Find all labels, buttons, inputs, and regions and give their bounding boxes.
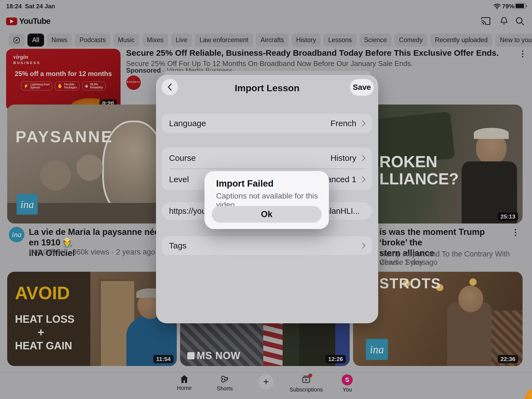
course-label: Course — [169, 153, 327, 163]
duration-badge: 25:13 — [498, 212, 518, 221]
shorts-icon — [220, 374, 230, 384]
duration-badge: 11:54 — [153, 355, 173, 363]
thumb-figure — [40, 160, 71, 190]
chip-comedy[interactable]: Comedy — [394, 34, 428, 47]
ad-menu-icon[interactable] — [522, 50, 523, 57]
video-thumbnail-trump-alliance[interactable]: ROKEN LLIANCE? 25:13 — [353, 105, 523, 223]
chip-science[interactable]: Science — [359, 34, 392, 47]
import-failed-alert: Import Failed Captions not available for… — [204, 171, 329, 229]
youtube-ipad-screen: 18:24 Sat 24 Jan 79% YouTube Al — [0, 0, 532, 399]
tab-shorts[interactable]: Shorts — [203, 374, 247, 392]
language-value: French — [331, 119, 356, 128]
chip-mixes[interactable]: Mixes — [142, 34, 168, 47]
thumb-title-text: STROTS — [379, 275, 441, 292]
video-meta-trump-line2: views · 1 day ago — [379, 258, 438, 266]
thumb-title-text: ROKEN — [379, 152, 437, 171]
language-label: Language — [169, 119, 327, 128]
status-date: Sat 24 Jan — [25, 3, 55, 10]
ad-thumbnail[interactable]: virgin BUSINESS 25% off a month for 12 m… — [6, 49, 121, 111]
compass-icon — [12, 36, 21, 44]
shield-icon: ◉ — [85, 83, 88, 88]
tab-create[interactable]: + — [244, 374, 288, 389]
thumb-title-text: AVOID — [15, 283, 70, 303]
tab-subscriptions[interactable]: Subscriptions — [284, 374, 328, 393]
chip-law-enforcement[interactable]: Law enforcement — [195, 34, 253, 47]
ad-offer-text: 25% off a month for 12 months — [6, 70, 121, 78]
chevron-right-icon — [359, 176, 366, 183]
video-menu-icon[interactable] — [515, 229, 516, 236]
tags-label: Tags — [169, 241, 356, 250]
chip-news[interactable]: News — [47, 34, 72, 47]
course-value: History — [331, 153, 356, 163]
duration-badge: 12:26 — [325, 355, 346, 363]
tags-row[interactable]: Tags — [162, 236, 372, 255]
video-thumbnail-paysanne[interactable]: PAYSANNE ina — [7, 105, 177, 223]
notifications-bell-icon[interactable] — [499, 16, 509, 27]
status-time: 18:24 — [6, 3, 22, 10]
ina-logo: ina — [366, 339, 388, 360]
thumb-face — [458, 286, 483, 312]
thumb-title-text: LLIANCE? — [379, 169, 459, 188]
tab-home[interactable]: Home — [162, 374, 206, 391]
alert-title: Import Failed — [216, 178, 273, 189]
thumb-figure — [76, 154, 103, 181]
profile-avatar: S — [342, 374, 353, 385]
video-meta-paysanne: INA Officiel · 360k views · 2 years ago — [29, 248, 155, 256]
course-row[interactable]: Course History — [162, 148, 372, 169]
battery-icon — [515, 3, 526, 9]
youtube-logo[interactable]: YouTube — [6, 17, 50, 26]
notification-dot — [308, 373, 312, 377]
battery-percent: 79% — [502, 3, 514, 10]
duration-badge: 22:36 — [498, 355, 518, 363]
thumb-up-icon: ✋ — [57, 83, 63, 88]
tab-bar: Home Shorts + Subscriptions S You — [0, 372, 532, 399]
chip-new-to-you[interactable]: New to you — [495, 34, 532, 47]
explore-compass-chip[interactable] — [9, 34, 25, 47]
thumb-hair — [474, 128, 509, 139]
search-icon[interactable] — [515, 16, 525, 27]
cast-button[interactable] — [480, 17, 491, 27]
youtube-play-icon — [6, 17, 17, 25]
thumb-title-text: + — [38, 326, 44, 339]
chip-recently-uploaded[interactable]: Recently uploaded — [430, 34, 493, 47]
thumb-title-text: HEAT GAIN — [15, 340, 72, 352]
ad-headline[interactable]: Secure 25% Off Reliable, Business-Ready … — [126, 48, 499, 58]
chip-history[interactable]: History — [291, 34, 321, 47]
language-row[interactable]: Language French — [162, 114, 372, 133]
ad-feature-badges: ⚡ Lightning-FastSpeeds ✋ FlexiblePackage… — [6, 82, 121, 90]
ina-logo: ina — [17, 194, 38, 215]
video-thumbnail-heat-loss[interactable]: AVOID HEAT LOSS + HEAT GAIN 11:54 — [7, 272, 177, 366]
ad-channel-avatar[interactable]: BUSINESS — [126, 75, 141, 90]
topic-chip-bar: All News Podcasts Music Mixes Live Law e… — [0, 34, 532, 47]
chip-music[interactable]: Music — [113, 34, 139, 47]
home-icon — [179, 374, 189, 384]
lightning-icon: ⚡ — [24, 83, 29, 88]
channel-avatar-ina[interactable]: ina — [9, 227, 24, 242]
chevron-right-icon — [359, 120, 366, 127]
youtube-wordmark: YouTube — [19, 17, 50, 26]
chip-lessons[interactable]: Lessons — [323, 34, 357, 47]
chevron-right-icon — [359, 243, 366, 249]
chip-aircrafts[interactable]: Aircrafts — [256, 34, 288, 47]
chevron-right-icon — [359, 155, 366, 161]
ok-button[interactable]: Ok — [212, 206, 322, 223]
wifi-icon — [493, 3, 501, 11]
virgin-logo: virgin BUSINESS — [13, 53, 40, 65]
save-button[interactable]: Save — [350, 79, 374, 96]
plus-icon: + — [259, 374, 273, 389]
chip-podcasts[interactable]: Podcasts — [75, 34, 111, 47]
tab-you[interactable]: S You — [325, 374, 369, 393]
msnow-logo: MS NOW — [187, 350, 241, 362]
chip-live[interactable]: Live — [171, 34, 192, 47]
chip-all[interactable]: All — [27, 34, 44, 47]
thumb-title-text: HEAT LOSS — [15, 313, 75, 325]
video-thumbnail-bistrots[interactable]: STROTS ina 22:36 — [353, 272, 523, 366]
sheet-title: Import Lesson — [156, 83, 378, 93]
thumb-title-text: PAYSANNE — [16, 127, 113, 146]
